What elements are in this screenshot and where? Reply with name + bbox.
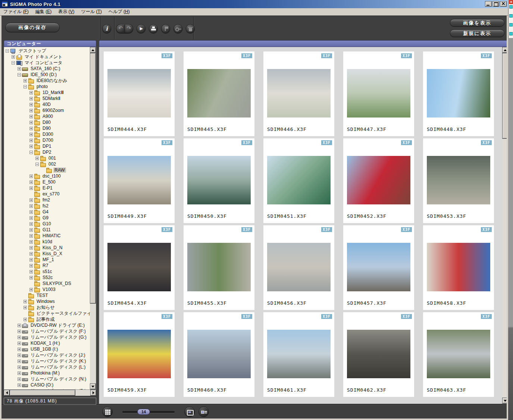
minimize-button[interactable] (485, 1, 492, 7)
tree-item-13[interactable]: D90 (4, 125, 90, 131)
tree-item-31[interactable]: HIMATIC (4, 233, 90, 239)
scrollbar-thumb[interactable] (502, 53, 507, 139)
thumbnail-card[interactable]: X3F SDIM0450.X3F (184, 138, 254, 223)
expand-icon[interactable] (29, 175, 33, 178)
tree-item-16[interactable]: DP1 (4, 143, 90, 149)
rotate-right-button[interactable] (125, 24, 133, 33)
rotate-left-button[interactable] (116, 24, 125, 33)
tree-item-29[interactable]: G10 (4, 221, 90, 227)
expand-icon[interactable] (29, 246, 33, 250)
key-button[interactable] (173, 24, 182, 33)
expand-icon[interactable] (18, 330, 21, 333)
tree-item-32[interactable]: k10d (4, 239, 90, 245)
expand-icon[interactable] (29, 264, 33, 267)
scroll-down-button[interactable] (502, 398, 507, 404)
tree-item-52[interactable]: リムーバブル ディスク (K:) (4, 358, 90, 364)
tree-item-48[interactable]: リムーバブル ディスク (G:) (4, 334, 90, 340)
expand-icon[interactable] (29, 222, 33, 226)
expand-icon[interactable] (29, 145, 33, 148)
tree-item-38[interactable]: S52c (4, 275, 90, 280)
tree-item-12[interactable]: D80 (4, 119, 90, 125)
preview-view-button[interactable] (184, 407, 195, 417)
tree-item-33[interactable]: Kiss_D_N (4, 245, 90, 251)
thumbnail-card[interactable]: X3F SDIM0453.X3F (423, 138, 494, 223)
expand-icon[interactable] (29, 139, 33, 142)
expand-icon[interactable] (18, 377, 21, 381)
tree-item-45[interactable]: 記事作成 (4, 316, 90, 322)
slider-thumb[interactable]: 14 (137, 409, 150, 415)
tree-item-21[interactable]: dsc_t100 (4, 173, 90, 179)
close-button[interactable] (500, 1, 507, 7)
expand-icon[interactable] (18, 67, 21, 70)
collapse-icon[interactable] (12, 61, 15, 65)
thumbnail-card[interactable]: X3F SDIM0445.X3F (184, 51, 254, 136)
scrollbar-thumb[interactable] (10, 390, 75, 396)
thumbnail-card[interactable]: X3F SDIM0463.X3F (423, 312, 494, 397)
trash-button[interactable] (186, 24, 195, 33)
tree-item-51[interactable]: リムーバブル ディスク (J:) (4, 352, 90, 358)
expand-icon[interactable] (29, 288, 33, 291)
background-close-icon[interactable]: × (509, 0, 513, 4)
expand-icon[interactable] (29, 216, 33, 220)
tree-item-2[interactable]: マイ コンピュータ (4, 60, 90, 66)
expand-icon[interactable] (29, 258, 33, 261)
tree-item-46[interactable]: DVD/CD-RW ドライブ (E:) (4, 322, 90, 328)
expand-icon[interactable] (29, 97, 33, 100)
tree-item-53[interactable]: リムーバブル ディスク (L:) (4, 364, 90, 370)
tree-item-18[interactable]: 001 (4, 155, 90, 161)
expand-icon[interactable] (35, 157, 39, 160)
show-in-new-window-button[interactable]: 新規に表示 (450, 29, 504, 37)
tree-item-4[interactable]: IDE_500 (D:) (4, 72, 90, 78)
tree-item-50[interactable]: USB_1GB (I:) (4, 346, 90, 352)
expand-icon[interactable] (29, 127, 33, 130)
thumbnail-card[interactable]: X3F SDIM0459.X3F (104, 312, 175, 397)
tree-item-26[interactable]: fs2 (4, 203, 90, 209)
save-image-button[interactable]: 画像の保存 (5, 23, 60, 32)
tree-item-40[interactable]: V1003 (4, 286, 90, 292)
collapse-icon[interactable] (18, 73, 21, 76)
expand-icon[interactable] (24, 318, 27, 321)
maximize-button[interactable] (492, 1, 499, 7)
tree-item-15[interactable]: D700 (4, 137, 90, 143)
thumbnail-card[interactable]: X3F SDIM0455.X3F (184, 225, 254, 310)
expand-icon[interactable] (29, 252, 33, 256)
expand-icon[interactable] (29, 115, 33, 118)
thumbnail-card[interactable]: X3F SDIM0456.X3F (263, 225, 334, 310)
tree-item-41[interactable]: TEST (4, 292, 90, 298)
tree-item-28[interactable]: G9 (4, 215, 90, 221)
tree-horizontal-scrollbar[interactable] (4, 390, 96, 396)
expand-icon[interactable] (29, 187, 33, 190)
tree-item-20[interactable]: RAW (4, 167, 90, 173)
expand-icon[interactable] (24, 79, 27, 82)
expand-icon[interactable] (29, 240, 33, 244)
collapse-icon[interactable] (29, 151, 33, 154)
collapse-icon[interactable] (35, 163, 39, 166)
thumbnail-card[interactable]: X3F SDIM0449.X3F (104, 138, 175, 223)
thumbnail-card[interactable]: X3F SDIM0458.X3F (423, 225, 494, 310)
expand-icon[interactable] (29, 276, 33, 279)
thumbnail-card[interactable]: X3F SDIM0451.X3F (263, 138, 334, 223)
expand-icon[interactable] (29, 204, 33, 208)
scroll-up-button[interactable] (502, 47, 507, 53)
expand-icon[interactable] (29, 234, 33, 238)
expand-icon[interactable] (18, 389, 21, 390)
tree-item-47[interactable]: リムーバブル ディスク (F:) (4, 328, 90, 334)
thumbnail-vertical-scrollbar[interactable] (502, 47, 507, 404)
tree-item-19[interactable]: 002 (4, 161, 90, 167)
expand-icon[interactable] (29, 109, 33, 112)
expand-icon[interactable] (29, 270, 33, 273)
tree-item-7[interactable]: 1D_MarkⅢ (4, 90, 90, 95)
collapse-icon[interactable] (6, 49, 9, 53)
expand-icon[interactable] (18, 324, 21, 327)
expand-icon[interactable] (29, 103, 33, 106)
tree-item-34[interactable]: Kiss_D_X (4, 251, 90, 257)
tree-item-1[interactable]: マイ ドキュメント (4, 54, 90, 60)
tree-item-11[interactable]: A900 (4, 113, 90, 119)
tree-item-9[interactable]: 40D (4, 101, 90, 107)
expand-icon[interactable] (12, 55, 15, 59)
expand-icon[interactable] (18, 342, 21, 345)
expand-icon[interactable] (29, 198, 33, 202)
tree-item-35[interactable]: MF_1 (4, 257, 90, 263)
tree-item-36[interactable]: R7 (4, 263, 90, 269)
menu-item-3[interactable]: ツール (T) (78, 8, 105, 16)
